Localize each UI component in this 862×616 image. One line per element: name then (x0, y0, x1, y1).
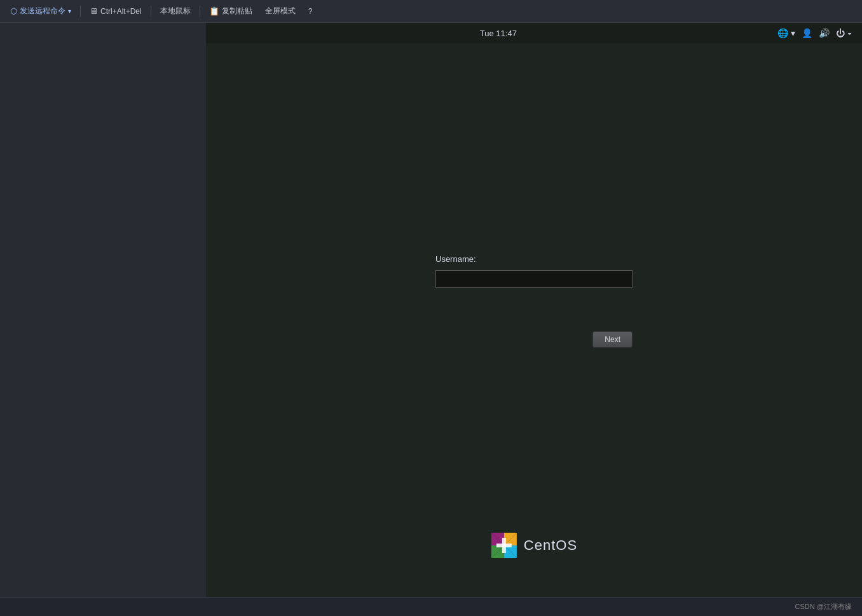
bottom-bar: CSDN @江湖有缘 (0, 597, 862, 616)
paste-label: 复制粘贴 (222, 6, 252, 17)
language-tray-icon[interactable]: 🌐 ▾ (777, 28, 795, 38)
fullscreen-button[interactable]: 全屏模式 (260, 4, 301, 18)
send-cmd-icon: ⬡ (10, 6, 17, 16)
ctrl-alt-del-button[interactable]: 🖥 Ctrl+Alt+Del (85, 4, 147, 18)
centos-logo-icon (491, 532, 517, 559)
remote-topbar: · Tue 11:47 🌐 ▾ 👤 🔊 ⏻ ▾ (206, 23, 862, 43)
help-label: ? (308, 7, 313, 16)
send-cmd-label: 发送远程命令 (20, 6, 65, 17)
toolbar-divider-1 (80, 6, 81, 17)
local-mouse-label: 本地鼠标 (160, 6, 191, 17)
paste-icon: 📋 (209, 6, 219, 16)
help-button[interactable]: ? (303, 5, 318, 18)
remote-topbar-left: · (216, 27, 219, 39)
paste-button[interactable]: 📋 复制粘贴 (204, 4, 257, 18)
centos-text: CentOS (524, 537, 577, 554)
send-remote-cmd-button[interactable]: ⬡ 发送远程命令 ▾ (5, 4, 76, 18)
watermark-text: CSDN @江湖有缘 (795, 602, 852, 612)
remote-desktop-area: · Tue 11:47 🌐 ▾ 👤 🔊 ⏻ ▾ Username: Next (206, 23, 862, 597)
sidebar (0, 23, 206, 616)
fullscreen-label: 全屏模式 (265, 6, 296, 17)
login-box: Username: Next (435, 254, 633, 348)
username-label: Username: (435, 254, 476, 264)
remote-tray: 🌐 ▾ 👤 🔊 ⏻ ▾ (777, 28, 852, 38)
toolbar-divider-3 (200, 6, 200, 17)
remote-clock: Tue 11:47 (480, 29, 517, 38)
next-btn-row: Next (435, 331, 633, 348)
login-area: Username: Next (206, 43, 862, 597)
toolbar-divider-2 (151, 6, 151, 17)
centos-logo: CentOS (491, 532, 577, 559)
ctrl-alt-del-label: Ctrl+Alt+Del (100, 7, 142, 16)
send-cmd-dropdown-icon: ▾ (68, 8, 71, 15)
network-tray-icon[interactable]: 👤 (802, 28, 812, 38)
power-tray-icon[interactable]: ⏻ ▾ (836, 28, 852, 38)
display-icon: 🖥 (90, 6, 98, 16)
svg-rect-9 (496, 544, 512, 547)
local-mouse-button[interactable]: 本地鼠标 (155, 4, 196, 18)
volume-tray-icon[interactable]: 🔊 (819, 28, 830, 38)
username-input[interactable] (435, 270, 633, 288)
toolbar: ⬡ 发送远程命令 ▾ 🖥 Ctrl+Alt+Del 本地鼠标 📋 复制粘贴 全屏… (0, 0, 862, 23)
next-button[interactable]: Next (592, 331, 633, 348)
